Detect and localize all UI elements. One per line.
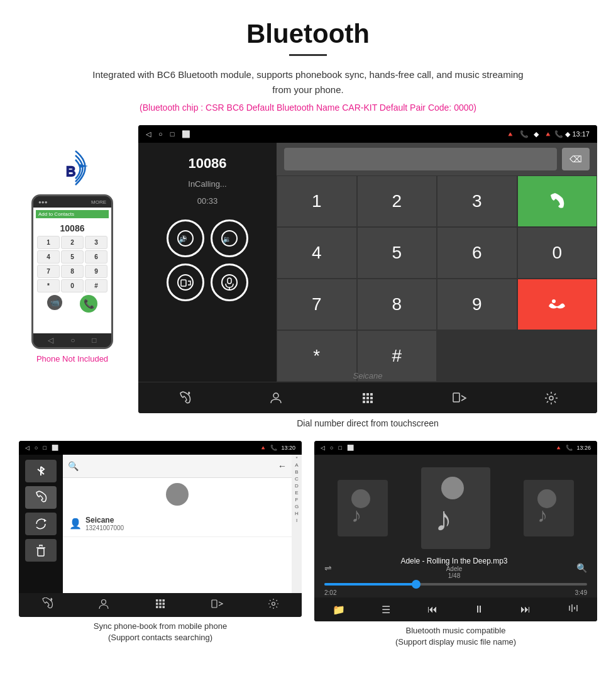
svg-rect-9 xyxy=(181,280,186,286)
phone-key-3[interactable]: 3 xyxy=(85,236,107,249)
dial-key-8[interactable]: 8 xyxy=(357,279,437,330)
pb-alpha-f[interactable]: F xyxy=(295,496,299,503)
phone-call-btn[interactable]: 📞 xyxy=(80,295,97,313)
music-btn-folder[interactable]: 📁 xyxy=(333,604,345,616)
dialpad-input-field[interactable] xyxy=(284,148,557,170)
car-nav-back[interactable]: ◁ xyxy=(146,130,151,138)
phone-key-7[interactable]: 7 xyxy=(37,265,60,278)
dial-key-6[interactable]: 6 xyxy=(437,227,517,279)
music-btn-play[interactable]: ⏸ xyxy=(474,604,484,615)
music-btn-next[interactable]: ⏭ xyxy=(520,604,531,615)
dial-key-end[interactable] xyxy=(517,279,598,330)
pb-alpha-e[interactable]: E xyxy=(295,489,298,496)
pb-delete-btn[interactable] xyxy=(25,539,57,562)
volume-down-btn[interactable]: -🔉 xyxy=(211,219,248,257)
phone-key-8[interactable]: 8 xyxy=(61,265,84,278)
pb-search-input[interactable] xyxy=(82,458,274,474)
music-btn-list[interactable]: ☰ xyxy=(382,604,390,616)
pb-back-arrow[interactable]: ← xyxy=(278,461,287,471)
pb-btn-settings[interactable] xyxy=(267,597,280,613)
pb-alpha-c[interactable]: C xyxy=(295,475,299,482)
pb-contact-item[interactable]: 👤 Seicane 13241007000 xyxy=(63,511,292,537)
music-btn-eq[interactable] xyxy=(568,602,579,616)
car-btn-contacts[interactable] xyxy=(260,382,292,414)
pb-refresh-btn[interactable] xyxy=(25,513,57,535)
dial-key-4[interactable]: 4 xyxy=(277,227,357,279)
phone-key-9[interactable]: 9 xyxy=(85,265,107,278)
svg-rect-32 xyxy=(163,599,165,602)
pb-contact-avatar: 👤 xyxy=(69,518,82,530)
dial-key-star[interactable]: * xyxy=(277,330,357,382)
phone-key-5[interactable]: 5 xyxy=(61,250,84,264)
pb-alpha-d[interactable]: D xyxy=(295,482,299,489)
music-progress-dot[interactable] xyxy=(412,580,421,589)
dial-key-1[interactable]: 1 xyxy=(277,175,357,227)
pb-btn-contacts[interactable] xyxy=(97,597,110,613)
pb-alpha-h[interactable]: H xyxy=(295,510,299,517)
pb-alpha-b[interactable]: B xyxy=(295,469,298,475)
car-btn-calls[interactable] xyxy=(168,382,200,414)
music-nav-home[interactable]: ○ xyxy=(330,445,333,451)
pb-alpha-star[interactable]: * xyxy=(295,455,297,462)
music-nav-extra[interactable]: ⬜ xyxy=(347,445,354,451)
music-time-current: 2:02 xyxy=(324,589,336,596)
phone-video-btn[interactable]: 📹 xyxy=(47,295,62,310)
phone-key-4[interactable]: 4 xyxy=(37,250,60,264)
pb-bluetooth-btn[interactable] xyxy=(25,460,57,482)
pb-search-bar: 🔍 ← xyxy=(63,455,292,478)
dial-key-3[interactable]: 3 xyxy=(437,175,517,227)
dial-key-call[interactable] xyxy=(517,175,598,227)
pb-nav-extra[interactable]: ⬜ xyxy=(52,445,58,451)
music-nav-back[interactable]: ◁ xyxy=(321,445,325,451)
seicane-watermark: Seicane xyxy=(353,371,383,380)
svg-rect-36 xyxy=(156,606,158,609)
phone-key-1[interactable]: 1 xyxy=(37,236,60,249)
dial-key-0[interactable]: 0 xyxy=(517,227,598,279)
phone-key-star[interactable]: * xyxy=(37,279,60,292)
svg-rect-30 xyxy=(156,599,158,602)
car-btn-dialpad[interactable] xyxy=(352,382,383,414)
pb-time: 13:20 xyxy=(281,445,295,451)
pb-btn-transfer[interactable] xyxy=(211,597,223,613)
pb-alpha-a[interactable]: A xyxy=(295,462,298,469)
music-progress-bar[interactable] xyxy=(324,583,587,586)
car-nav-recent[interactable]: □ xyxy=(170,130,175,138)
car-btn-transfer[interactable] xyxy=(444,382,475,414)
car-nav-home[interactable]: ○ xyxy=(158,130,163,138)
phone-key-hash[interactable]: # xyxy=(85,279,107,292)
switch-call-btn[interactable] xyxy=(167,264,204,301)
car-nav-extra[interactable]: ⬜ xyxy=(182,130,190,138)
mute-btn[interactable] xyxy=(211,264,248,301)
dial-key-9[interactable]: 9 xyxy=(437,279,517,330)
phone-key-6[interactable]: 6 xyxy=(85,250,107,264)
pb-btn-calls[interactable] xyxy=(41,597,53,613)
music-btn-prev[interactable]: ⏮ xyxy=(427,604,437,615)
dial-key-5[interactable]: 5 xyxy=(357,227,437,279)
music-status-bar: ◁ ○ □ ⬜ 🔺 📞 13:26 xyxy=(314,441,597,455)
music-nav-recent[interactable]: □ xyxy=(338,445,341,451)
pb-nav-recent[interactable]: □ xyxy=(43,445,46,451)
call-control-row-2 xyxy=(167,264,248,301)
phone-key-2[interactable]: 2 xyxy=(61,236,84,249)
volume-up-btn[interactable]: +🔊 xyxy=(167,219,204,257)
pb-btn-dialpad[interactable] xyxy=(154,597,167,613)
dialpad-delete-btn[interactable]: ⌫ xyxy=(562,148,590,170)
pb-nav-back[interactable]: ◁ xyxy=(25,445,30,451)
music-search-icon[interactable]: 🔍 xyxy=(576,563,587,573)
music-shuffle-icon[interactable]: ⇌ xyxy=(324,563,332,573)
svg-text:🔊: 🔊 xyxy=(179,235,187,243)
dial-key-2[interactable]: 2 xyxy=(357,175,437,227)
phone-key-0[interactable]: 0 xyxy=(61,279,84,292)
pb-scroll-ball[interactable] xyxy=(166,483,189,506)
phone-recent-btn[interactable]: □ xyxy=(92,336,96,345)
music-time-row: 2:02 3:49 xyxy=(314,588,597,597)
phone-back-btn[interactable]: ◁ xyxy=(48,336,53,345)
pb-alpha-i[interactable]: I xyxy=(296,517,297,524)
phone-home-btn[interactable]: ○ xyxy=(70,336,75,345)
car-btn-settings[interactable] xyxy=(536,382,567,414)
svg-rect-19 xyxy=(366,397,369,399)
pb-nav-home[interactable]: ○ xyxy=(35,445,38,451)
pb-alpha-g[interactable]: G xyxy=(295,503,299,510)
dial-key-7[interactable]: 7 xyxy=(277,279,357,330)
pb-phone-btn[interactable] xyxy=(25,486,57,509)
